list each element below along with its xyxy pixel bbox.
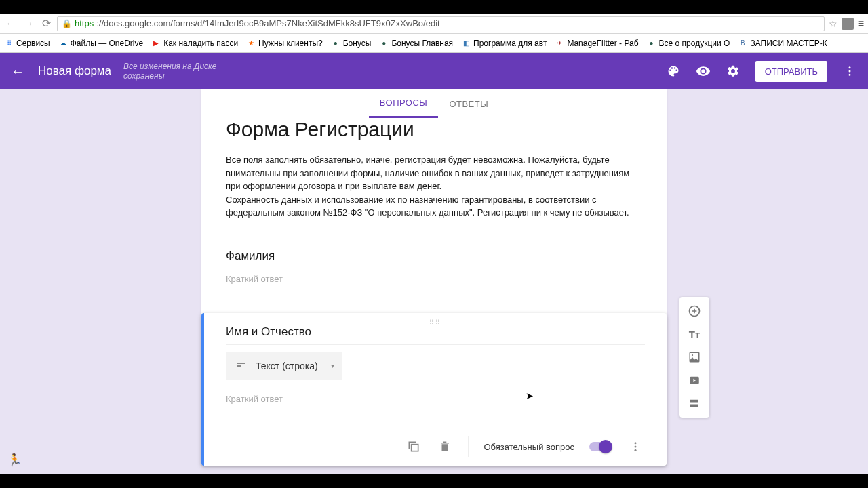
question-title-input[interactable]: Имя и Отчество: [226, 325, 645, 345]
question-name-patronymic-card[interactable]: ⠿⠿ Имя и Отчество Текст (строка) Краткий…: [201, 313, 667, 466]
bookmark-item[interactable]: ●Бонусы Главная: [379, 39, 453, 48]
bookmark-favicon: В: [738, 39, 747, 48]
palette-icon[interactable]: [666, 64, 681, 79]
bookmark-item[interactable]: ★Нужны клиенты?: [246, 39, 323, 48]
required-label: Обязательный вопрос: [484, 442, 574, 452]
url-protocol: https: [75, 18, 94, 28]
tabs: ВОПРОСЫ ОТВЕТЫ: [201, 89, 667, 118]
svg-point-8: [635, 449, 637, 451]
form-title[interactable]: Форма Регистрации: [226, 118, 642, 141]
content-area: ВОПРОСЫ ОТВЕТЫ Форма Регистрации Все пол…: [0, 89, 868, 474]
add-section-icon[interactable]: [684, 393, 705, 413]
bookmark-favicon: ★: [246, 39, 256, 48]
svg-rect-4: [237, 365, 241, 366]
tab-responses[interactable]: ОТВЕТЫ: [438, 89, 499, 118]
add-image-icon[interactable]: [684, 347, 705, 367]
lock-icon: 🔒: [62, 19, 72, 28]
bookmark-label: Программа для авт: [473, 39, 547, 48]
bookmark-item[interactable]: ●Все о продукции О: [647, 39, 730, 48]
bookmark-item[interactable]: ▶Как наладить пасси: [151, 39, 238, 48]
bookmark-favicon: ●: [331, 39, 340, 48]
add-title-icon[interactable]: Тт: [684, 324, 705, 344]
bookmark-item[interactable]: ●Бонусы: [331, 39, 372, 48]
svg-point-2: [849, 74, 851, 76]
svg-point-0: [849, 66, 851, 68]
reload-button[interactable]: ⟳: [39, 17, 53, 30]
form-name[interactable]: Новая форма: [38, 64, 111, 78]
bookmark-label: ЗАПИСИ МАСТЕР-К: [750, 39, 827, 48]
bookmark-label: Как наладить пасси: [163, 39, 238, 48]
forward-button[interactable]: →: [22, 17, 35, 30]
bookmark-label: ManageFlitter - Раб: [567, 39, 638, 48]
bookmark-label: Бонусы Главная: [391, 39, 453, 48]
form-container: ВОПРОСЫ ОТВЕТЫ Форма Регистрации Все пол…: [201, 89, 667, 466]
svg-rect-13: [690, 400, 698, 403]
bookmark-favicon: ✈: [555, 39, 564, 48]
more-icon[interactable]: [842, 64, 857, 79]
svg-point-11: [692, 354, 693, 356]
bookmark-favicon: ▶: [151, 39, 161, 48]
send-button[interactable]: ОТПРАВИТЬ: [755, 61, 827, 82]
header-back-icon[interactable]: ←: [11, 64, 24, 79]
tab-questions[interactable]: ВОПРОСЫ: [369, 89, 439, 118]
question-type-dropdown[interactable]: Текст (строка): [226, 352, 342, 380]
bookmark-item[interactable]: ⠿Сервисы: [4, 39, 50, 48]
svg-rect-14: [690, 405, 698, 407]
question-type-label: Текст (строка): [256, 361, 318, 371]
add-video-icon[interactable]: [684, 370, 705, 390]
bookmark-label: Все о продукции О: [659, 39, 730, 48]
bookmark-star-icon[interactable]: ☆: [829, 18, 837, 29]
bookmarks-bar: ⠿Сервисы☁Файлы — OneDrive▶Как наладить п…: [0, 34, 868, 53]
bookmark-favicon: ●: [647, 39, 656, 48]
address-bar[interactable]: 🔒 https://docs.google.com/forms/d/14ImJe…: [57, 16, 825, 31]
question-title: Фамилия: [226, 249, 642, 263]
drag-handle-icon[interactable]: ⠿⠿: [429, 319, 441, 326]
bookmark-favicon: ⠿: [4, 39, 14, 48]
form-description[interactable]: Все поля заполнять обязательно, иначе, р…: [226, 153, 642, 220]
back-button[interactable]: ←: [4, 17, 18, 30]
question-more-icon[interactable]: [627, 439, 644, 455]
short-answer-placeholder: Краткий ответ: [226, 394, 436, 407]
bookmark-label: Файлы — OneDrive: [71, 39, 143, 48]
bookmark-favicon: ◧: [461, 39, 471, 48]
question-footer: Обязательный вопрос: [226, 428, 645, 466]
bookmark-label: Бонусы: [343, 39, 372, 48]
svg-rect-5: [412, 445, 418, 451]
delete-icon[interactable]: [437, 439, 453, 455]
bookmark-item[interactable]: ВЗАПИСИ МАСТЕР-К: [738, 39, 827, 48]
short-answer-placeholder: Краткий ответ: [226, 274, 436, 287]
short-text-icon: [235, 359, 246, 372]
browser-menu-icon[interactable]: ≡: [858, 18, 864, 30]
bookmark-label: Сервисы: [16, 39, 50, 48]
side-toolbar: Тт: [679, 297, 709, 418]
bookmark-favicon: ●: [379, 39, 389, 48]
extension-icon[interactable]: [842, 18, 854, 30]
svg-point-6: [635, 442, 637, 444]
bookmark-label: Нужны клиенты?: [258, 39, 323, 48]
svg-point-7: [635, 446, 637, 448]
save-status: Все изменения на Диске сохранены: [123, 62, 218, 81]
required-toggle[interactable]: [589, 442, 612, 451]
question-lastname[interactable]: Фамилия Краткий ответ: [226, 236, 642, 290]
bookmark-item[interactable]: ◧Программа для авт: [461, 39, 547, 48]
bookmark-item[interactable]: ✈ManageFlitter - Раб: [555, 39, 638, 48]
svg-point-1: [849, 70, 851, 73]
bookmark-favicon: ☁: [58, 39, 68, 48]
url-rest: ://docs.google.com/forms/d/14ImJerI9ocB9…: [96, 18, 439, 28]
add-question-icon[interactable]: [684, 301, 705, 321]
svg-rect-3: [237, 363, 245, 363]
settings-icon[interactable]: [726, 64, 741, 79]
browser-toolbar: ← → ⟳ 🔒 https://docs.google.com/forms/d/…: [0, 14, 868, 34]
accessibility-icon[interactable]: 🏃: [7, 453, 22, 468]
bookmark-item[interactable]: ☁Файлы — OneDrive: [58, 39, 143, 48]
app-header: ← Новая форма Все изменения на Диске сох…: [0, 53, 868, 89]
preview-icon[interactable]: [696, 64, 711, 79]
duplicate-icon[interactable]: [406, 439, 422, 455]
